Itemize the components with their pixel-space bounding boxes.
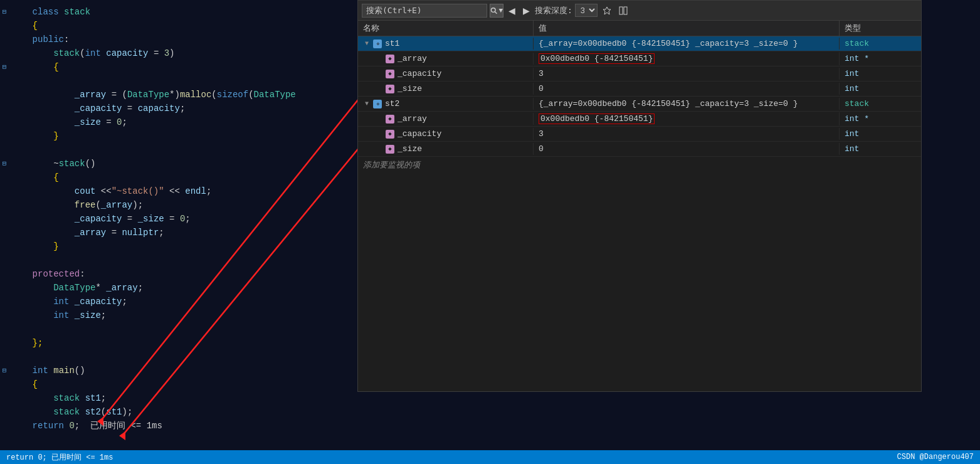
- row-name: ▼ ⬦ st2: [358, 98, 534, 110]
- col-header-type: 类型: [840, 21, 921, 36]
- row-name: ◆ _array: [358, 113, 534, 125]
- row-type: int: [840, 143, 921, 155]
- svg-rect-7: [624, 7, 627, 14]
- row-type: int: [840, 68, 921, 80]
- row-value: 3: [534, 68, 840, 80]
- search-box[interactable]: 搜索(Ctrl+E): [362, 4, 487, 18]
- nav-back-btn[interactable]: ◀: [506, 4, 518, 17]
- search-icon-btn[interactable]: ▼: [490, 4, 503, 18]
- var-icon: ◆: [386, 70, 394, 78]
- row-value: 0: [534, 83, 840, 95]
- status-left: return 0; 已用时间 <= 1ms: [6, 452, 113, 463]
- search-icon: [490, 7, 497, 14]
- watch-window: 搜索(Ctrl+E) ▼ ◀ ▶ 搜索深度: 3 名称: [357, 0, 922, 392]
- var-name: _capacity: [398, 69, 441, 78]
- columns-icon-btn[interactable]: [616, 4, 630, 18]
- row-type: int *: [840, 53, 921, 65]
- value-box: 0x00dbedb0 {-842150451}: [539, 113, 655, 124]
- var-icon: ◆: [386, 85, 394, 93]
- code-line: stack st2(st1);: [0, 405, 980, 419]
- var-name: _array: [398, 114, 427, 124]
- var-icon: ◆: [386, 145, 394, 154]
- pin-icon-btn[interactable]: [600, 4, 614, 18]
- row-name: ▼ ⬦ st1: [358, 38, 534, 50]
- row-name: ◆ _size: [358, 143, 534, 155]
- line-indicator[interactable]: ⊟: [0, 364, 9, 377]
- status-bar: return 0; 已用时间 <= 1ms CSDN @Dangerou407: [0, 450, 980, 464]
- row-name: ◆ _array: [358, 53, 534, 65]
- watch-row[interactable]: ◆ _capacity 3int: [358, 66, 921, 82]
- status-return-text: return 0; 已用时间 <= 1ms: [6, 452, 113, 463]
- line-indicator[interactable]: ⊟: [0, 5, 9, 19]
- line-content: return 0; 已用时间 <= 1ms: [9, 419, 980, 433]
- nav-forward-btn[interactable]: ▶: [520, 4, 532, 17]
- line-indicator[interactable]: ⊟: [0, 60, 9, 74]
- status-csdn-text: CSDN @Dangerou407: [897, 453, 974, 461]
- var-name: _array: [398, 54, 427, 63]
- row-name: ◆ _size: [358, 83, 534, 95]
- var-name: _size: [398, 84, 422, 93]
- svg-line-5: [495, 11, 497, 13]
- row-value: {_array=0x00dbedb0 {-842150451} _capacit…: [534, 98, 840, 110]
- svg-point-4: [491, 8, 495, 12]
- value-box: 0x00dbedb0 {-842150451}: [539, 53, 655, 64]
- row-value: 3: [534, 128, 840, 140]
- row-value: 0x00dbedb0 {-842150451}: [534, 112, 840, 125]
- var-icon: ◆: [386, 115, 394, 124]
- var-icon: ⬦: [373, 100, 382, 108]
- row-type: stack: [840, 98, 921, 110]
- watch-row[interactable]: ◆ _array 0x00dbedb0 {-842150451}int *: [358, 112, 921, 127]
- row-type: stack: [840, 38, 921, 50]
- line-content: stack st2(st1);: [9, 405, 980, 419]
- depth-select[interactable]: 3: [575, 4, 598, 17]
- var-name: _capacity: [398, 129, 441, 139]
- row-name: ◆ _capacity: [358, 128, 534, 140]
- watch-table-header: 名称 值 类型: [358, 21, 921, 36]
- var-name: _size: [398, 144, 422, 154]
- watch-toolbar: 搜索(Ctrl+E) ▼ ◀ ▶ 搜索深度: 3: [358, 1, 921, 21]
- pin-icon: [603, 6, 611, 15]
- row-type: int *: [840, 113, 921, 125]
- var-icon: ◆: [386, 130, 394, 139]
- depth-label: 搜索深度:: [535, 5, 572, 16]
- add-watch-row[interactable]: 添加要监视的项: [358, 157, 921, 173]
- watch-row[interactable]: ▼ ⬦ st1 {_array=0x00dbedb0 {-842150451} …: [358, 36, 921, 51]
- var-icon: ⬦: [373, 40, 382, 48]
- columns-icon: [619, 6, 628, 15]
- row-name: ◆ _capacity: [358, 68, 534, 80]
- line-content: stack st1;: [9, 391, 980, 405]
- var-name: st2: [385, 99, 399, 108]
- watch-row[interactable]: ◆ _size 0int: [358, 142, 921, 157]
- var-icon: ◆: [386, 55, 394, 63]
- expand-arrow[interactable]: ▼: [362, 40, 371, 48]
- watch-row[interactable]: ◆ _capacity 3int: [358, 127, 921, 142]
- watch-body[interactable]: ▼ ⬦ st1 {_array=0x00dbedb0 {-842150451} …: [358, 36, 921, 391]
- code-line: stack st1;: [0, 391, 980, 405]
- watch-row[interactable]: ◆ _size 0int: [358, 82, 921, 97]
- row-value: {_array=0x00dbedb0 {-842150451} _capacit…: [534, 38, 840, 50]
- col-header-value: 值: [534, 21, 840, 36]
- row-type: int: [840, 128, 921, 140]
- watch-row[interactable]: ◆ _array 0x00dbedb0 {-842150451}int *: [358, 51, 921, 66]
- row-value: 0: [534, 143, 840, 155]
- col-header-name: 名称: [358, 21, 534, 36]
- row-type: int: [840, 83, 921, 95]
- row-value: 0x00dbedb0 {-842150451}: [534, 52, 840, 65]
- search-input-text: 搜索(Ctrl+E): [366, 5, 422, 16]
- watch-row[interactable]: ▼ ⬦ st2 {_array=0x00dbedb0 {-842150451} …: [358, 97, 921, 112]
- expand-arrow[interactable]: ▼: [362, 100, 371, 108]
- svg-rect-6: [619, 7, 623, 14]
- code-line: return 0; 已用时间 <= 1ms: [0, 419, 980, 433]
- var-name: st1: [385, 39, 399, 48]
- status-right: CSDN @Dangerou407: [897, 453, 974, 461]
- line-indicator[interactable]: ⊟: [0, 157, 9, 171]
